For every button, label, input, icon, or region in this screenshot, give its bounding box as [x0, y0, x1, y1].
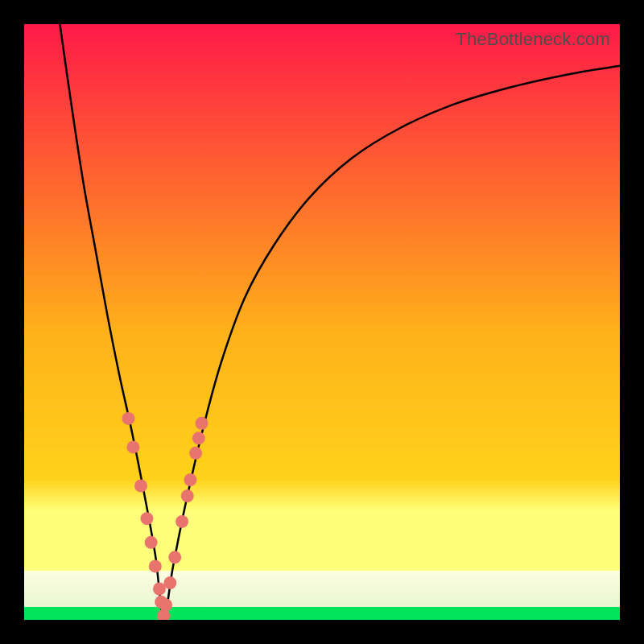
- highlight-marker: [149, 559, 162, 572]
- plot-area: TheBottleneck.com: [24, 24, 620, 620]
- highlight-marker: [189, 447, 202, 460]
- highlight-marker: [184, 473, 196, 486]
- highlight-marker: [163, 576, 176, 589]
- highlight-marker: [140, 512, 153, 525]
- highlight-marker: [196, 417, 208, 430]
- highlight-markers: [122, 412, 208, 620]
- highlight-marker: [192, 431, 205, 444]
- highlight-marker: [145, 536, 158, 549]
- curve-layer: [24, 24, 620, 620]
- highlight-marker: [175, 515, 188, 528]
- highlight-marker: [126, 440, 139, 453]
- bottleneck-curve: [60, 24, 620, 617]
- highlight-marker: [168, 551, 181, 564]
- highlight-marker: [134, 480, 147, 493]
- highlight-marker: [159, 599, 172, 612]
- outer-frame: TheBottleneck.com: [0, 0, 644, 644]
- highlight-marker: [181, 489, 194, 502]
- highlight-marker: [122, 412, 135, 425]
